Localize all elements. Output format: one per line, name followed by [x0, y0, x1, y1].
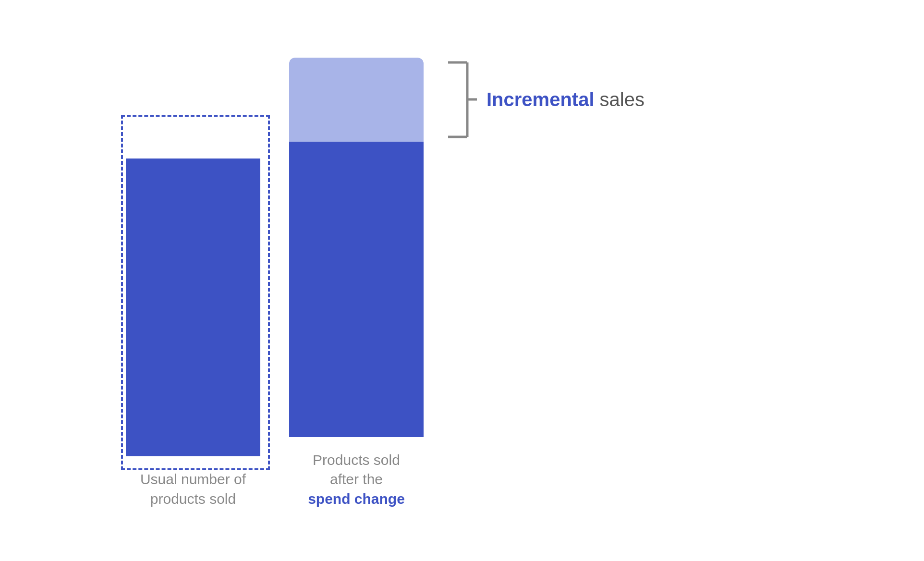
bar2-incremental-segment — [289, 58, 424, 142]
bar2-wrapper: Incremental sales Products sold after th… — [289, 58, 424, 509]
incremental-bold: Incremental — [486, 89, 595, 110]
bar2 — [289, 58, 424, 437]
right-annotation: Incremental sales — [438, 58, 644, 142]
bar2-label-line1: Products sold — [313, 452, 400, 468]
incremental-rest: sales — [595, 89, 645, 110]
bar2-label-line2: after the — [330, 471, 383, 487]
incremental-sales-label: Incremental sales — [486, 89, 644, 110]
bar2-base-segment — [289, 142, 424, 437]
bracket-svg — [438, 58, 477, 142]
chart-container: Usual number of products sold — [126, 52, 798, 509]
bar2-label: Products sold after the spend change — [289, 451, 424, 509]
bar1-label-line1: Usual number of — [140, 471, 246, 487]
bar2-label-highlight: spend change — [308, 491, 405, 507]
bar1-label-line2: products sold — [150, 491, 236, 507]
bar1-wrapper: Usual number of products sold — [126, 159, 260, 509]
bar1-label: Usual number of products sold — [126, 470, 260, 509]
bars-area: Usual number of products sold — [126, 58, 424, 509]
bar1 — [126, 159, 260, 456]
